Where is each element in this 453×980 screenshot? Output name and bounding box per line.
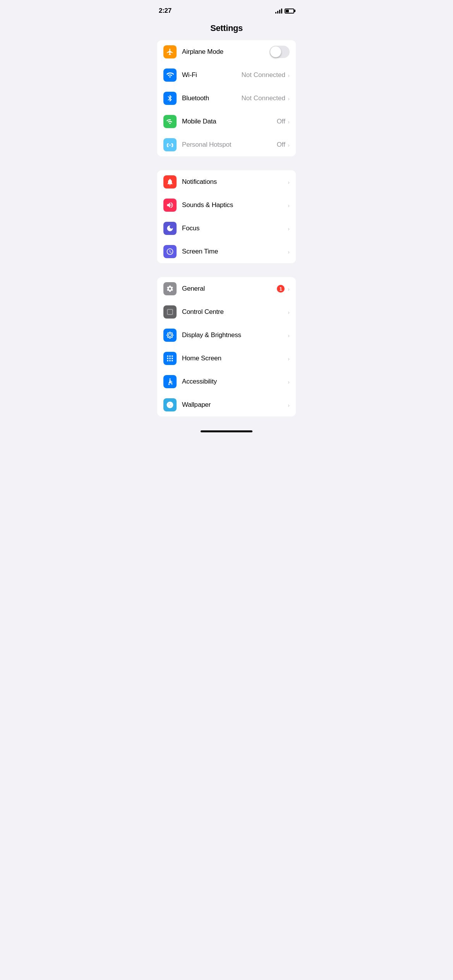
wallpaper-icon: [166, 401, 174, 409]
mobile-data-chevron: ›: [288, 118, 290, 125]
bluetooth-row[interactable]: Bluetooth Not Connected ›: [157, 87, 296, 110]
gear-icon: [166, 285, 174, 293]
page-title: Settings: [151, 19, 302, 40]
control-centre-label: Control Centre: [182, 308, 288, 316]
control-centre-chevron: ›: [288, 309, 290, 315]
screen-time-row[interactable]: Screen Time ›: [157, 240, 296, 263]
sounds-chevron: ›: [288, 202, 290, 209]
accessibility-chevron: ›: [288, 379, 290, 385]
airplane-mode-toggle[interactable]: [269, 46, 290, 58]
bluetooth-label: Bluetooth: [182, 94, 242, 102]
home-screen-icon-wrap: [163, 352, 177, 365]
airplane-icon-wrap: [163, 45, 177, 58]
home-indicator: [201, 430, 252, 432]
wifi-icon: [166, 71, 174, 79]
display-brightness-row[interactable]: Display & Brightness ›: [157, 324, 296, 347]
svg-rect-6: [167, 360, 168, 361]
notifications-label: Notifications: [182, 178, 288, 186]
home-screen-chevron: ›: [288, 355, 290, 362]
accessibility-label: Accessibility: [182, 378, 288, 385]
bluetooth-icon: [166, 94, 174, 102]
system-group: Notifications › Sounds & Haptics › Focus…: [157, 170, 296, 263]
mobile-data-value: Off: [277, 118, 285, 125]
svg-rect-4: [169, 358, 170, 359]
display-brightness-icon-wrap: [163, 329, 177, 342]
accessibility-row[interactable]: Accessibility ›: [157, 370, 296, 393]
wifi-icon-wrap: [163, 69, 177, 82]
notifications-chevron: ›: [288, 179, 290, 185]
hotspot-icon: [166, 141, 174, 149]
display-brightness-label: Display & Brightness: [182, 331, 288, 339]
general-label: General: [182, 285, 277, 293]
general-icon-wrap: [163, 282, 177, 295]
sounds-row[interactable]: Sounds & Haptics ›: [157, 194, 296, 217]
bluetooth-chevron: ›: [288, 95, 290, 102]
screen-time-chevron: ›: [288, 248, 290, 255]
svg-rect-2: [172, 356, 173, 357]
screen-time-label: Screen Time: [182, 248, 288, 255]
connectivity-group: Airplane Mode Wi-Fi Not Connected › Blue…: [157, 40, 296, 156]
hotspot-value: Off: [277, 141, 285, 149]
battery-icon: [285, 9, 294, 14]
svg-point-9: [169, 379, 170, 380]
general-row[interactable]: General 1 ›: [157, 277, 296, 300]
wifi-value: Not Connected: [242, 71, 285, 79]
cellular-icon: [166, 118, 174, 125]
wallpaper-row[interactable]: Wallpaper ›: [157, 393, 296, 416]
signal-icon: [275, 8, 282, 14]
hotspot-chevron: ›: [288, 142, 290, 148]
status-bar: 2:27: [151, 0, 302, 19]
svg-rect-1: [169, 356, 170, 357]
sounds-icon-wrap: [163, 199, 177, 212]
homescreen-icon: [166, 355, 174, 362]
focus-row[interactable]: Focus ›: [157, 217, 296, 240]
display-group: General 1 › Control Centre › Display & B…: [157, 277, 296, 416]
wifi-row[interactable]: Wi-Fi Not Connected ›: [157, 63, 296, 87]
general-chevron: ›: [288, 286, 290, 292]
mobile-data-label: Mobile Data: [182, 118, 277, 125]
status-icons: [275, 8, 294, 14]
hotspot-label: Personal Hotspot: [182, 141, 277, 149]
svg-rect-7: [169, 360, 170, 361]
focus-label: Focus: [182, 224, 288, 232]
hotspot-icon-wrap: [163, 138, 177, 151]
svg-rect-0: [167, 356, 168, 357]
toggle-thumb: [270, 46, 281, 57]
airplane-mode-label: Airplane Mode: [182, 48, 269, 56]
mobile-data-row[interactable]: Mobile Data Off ›: [157, 110, 296, 133]
airplane-icon: [166, 48, 174, 56]
general-badge: 1: [277, 285, 285, 293]
wifi-chevron: ›: [288, 72, 290, 79]
display-icon: [166, 331, 174, 339]
wallpaper-chevron: ›: [288, 402, 290, 408]
controlcentre-icon: [166, 308, 174, 316]
sounds-icon: [166, 201, 174, 209]
screen-time-icon-wrap: [163, 245, 177, 258]
accessibility-icon-wrap: [163, 375, 177, 388]
sounds-label: Sounds & Haptics: [182, 201, 288, 209]
hotspot-row[interactable]: Personal Hotspot Off ›: [157, 133, 296, 156]
accessibility-icon: [166, 378, 174, 385]
wallpaper-icon-wrap: [163, 398, 177, 411]
wallpaper-label: Wallpaper: [182, 401, 288, 409]
svg-rect-3: [167, 358, 168, 359]
home-screen-row[interactable]: Home Screen ›: [157, 347, 296, 370]
moon-icon: [166, 224, 174, 232]
status-time: 2:27: [159, 7, 172, 15]
notifications-icon-wrap: [163, 175, 177, 188]
home-screen-label: Home Screen: [182, 355, 288, 362]
notifications-icon: [166, 178, 174, 186]
screentime-icon: [166, 248, 174, 255]
control-centre-row[interactable]: Control Centre ›: [157, 300, 296, 324]
bluetooth-value: Not Connected: [242, 94, 285, 102]
svg-rect-8: [172, 360, 173, 361]
control-centre-icon-wrap: [163, 305, 177, 319]
bluetooth-icon-wrap: [163, 92, 177, 105]
mobile-data-icon-wrap: [163, 115, 177, 128]
airplane-mode-row[interactable]: Airplane Mode: [157, 40, 296, 63]
display-brightness-chevron: ›: [288, 332, 290, 339]
wifi-label: Wi-Fi: [182, 71, 242, 79]
notifications-row[interactable]: Notifications ›: [157, 170, 296, 194]
svg-rect-5: [172, 358, 173, 359]
focus-chevron: ›: [288, 225, 290, 232]
